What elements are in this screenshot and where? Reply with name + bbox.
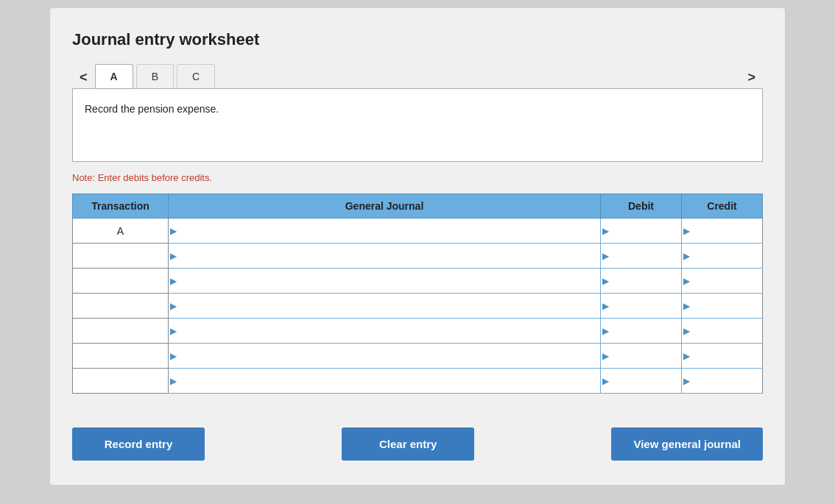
cell-transaction	[73, 319, 169, 344]
cell-credit[interactable]: ▶	[682, 344, 763, 369]
cell-general-journal[interactable]: ▶	[169, 244, 601, 269]
tab-a[interactable]: A	[95, 64, 133, 88]
tabs-row: < A B C >	[72, 64, 763, 88]
cell-general-journal[interactable]: ▶	[169, 319, 601, 344]
cell-transaction	[73, 344, 169, 369]
view-journal-button[interactable]: View general journal	[611, 427, 763, 461]
journal-table: Transaction General Journal Debit Credit…	[72, 194, 763, 394]
cell-credit[interactable]: ▶	[682, 244, 763, 269]
note-text: Note: Enter debits before credits.	[72, 172, 763, 183]
col-header-transaction: Transaction	[73, 194, 169, 219]
table-row: ▶▶▶	[73, 319, 763, 344]
cell-debit[interactable]: ▶	[601, 369, 682, 394]
cell-credit[interactable]: ▶	[682, 294, 763, 319]
cell-general-journal[interactable]: ▶	[169, 219, 601, 244]
cell-debit[interactable]: ▶	[601, 219, 682, 244]
clear-entry-button[interactable]: Clear entry	[342, 427, 474, 461]
main-container: Journal entry worksheet < A B C > Record…	[49, 7, 786, 486]
table-row: ▶▶▶	[73, 269, 763, 294]
cell-debit[interactable]: ▶	[601, 244, 682, 269]
table-row: ▶▶▶	[73, 369, 763, 394]
col-header-credit: Credit	[682, 194, 763, 219]
next-tab-button[interactable]: >	[740, 66, 763, 88]
cell-general-journal[interactable]: ▶	[169, 344, 601, 369]
button-row: Record entry Clear entry View general jo…	[72, 416, 763, 475]
col-header-general-journal: General Journal	[169, 194, 601, 219]
tab-c[interactable]: C	[177, 64, 215, 88]
tab-b[interactable]: B	[136, 64, 174, 88]
cell-general-journal[interactable]: ▶	[169, 294, 601, 319]
cell-transaction: A	[73, 219, 169, 244]
record-entry-button[interactable]: Record entry	[72, 427, 205, 461]
tabs-container: A B C	[95, 64, 741, 88]
cell-debit[interactable]: ▶	[601, 344, 682, 369]
table-row: ▶▶▶	[73, 294, 763, 319]
cell-general-journal[interactable]: ▶	[169, 269, 601, 294]
cell-transaction	[73, 294, 169, 319]
table-row: ▶▶▶	[73, 344, 763, 369]
cell-general-journal[interactable]: ▶	[169, 369, 601, 394]
description-text: Record the pension expense.	[85, 103, 219, 115]
cell-credit[interactable]: ▶	[682, 219, 763, 244]
page-title: Journal entry worksheet	[72, 30, 763, 49]
col-header-debit: Debit	[601, 194, 682, 219]
cell-debit[interactable]: ▶	[601, 294, 682, 319]
table-row: ▶▶▶	[73, 244, 763, 269]
cell-credit[interactable]: ▶	[682, 269, 763, 294]
table-body: A▶▶▶▶▶▶▶▶▶▶▶▶▶▶▶▶▶▶▶▶▶	[73, 219, 763, 394]
table-row: A▶▶▶	[73, 219, 763, 244]
table-header-row: Transaction General Journal Debit Credit	[73, 194, 763, 219]
cell-credit[interactable]: ▶	[682, 369, 763, 394]
cell-credit[interactable]: ▶	[682, 319, 763, 344]
cell-transaction	[73, 369, 169, 394]
cell-transaction	[73, 244, 169, 269]
cell-debit[interactable]: ▶	[601, 269, 682, 294]
cell-debit[interactable]: ▶	[601, 319, 682, 344]
cell-transaction	[73, 269, 169, 294]
prev-tab-button[interactable]: <	[72, 66, 95, 88]
description-box: Record the pension expense.	[72, 88, 763, 162]
